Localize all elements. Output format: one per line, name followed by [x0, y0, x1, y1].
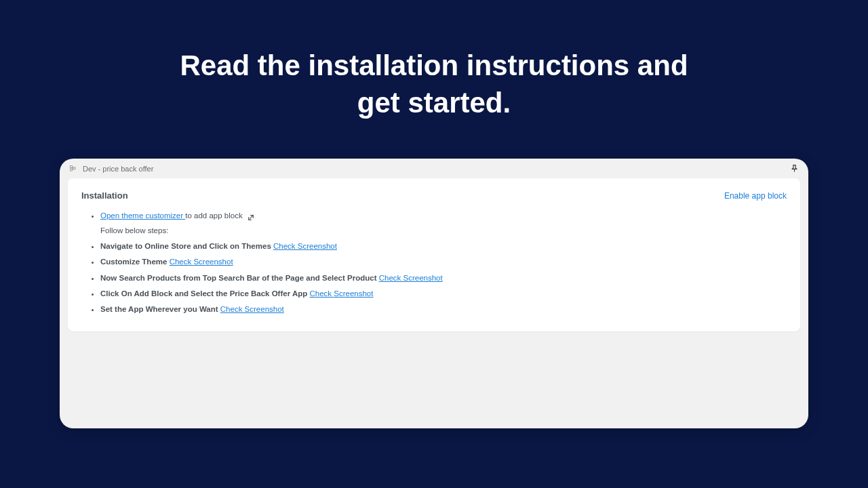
- headline: Read the installation instructions and g…: [0, 0, 868, 121]
- step6-screenshot-link[interactable]: Check Screenshot: [220, 305, 284, 313]
- step-open-customizer: Open theme customizer to add app block F…: [100, 210, 787, 236]
- step5-screenshot-link[interactable]: Check Screenshot: [309, 289, 373, 298]
- step-navigate-themes: Navigate to Online Store and Click on Th…: [100, 241, 787, 251]
- step3-bold: Customize Theme: [100, 258, 167, 266]
- steps-list: Open theme customizer to add app block F…: [81, 210, 787, 314]
- step4-screenshot-link[interactable]: Check Screenshot: [379, 274, 443, 282]
- step6-bold: Set the App Wherever you Want: [100, 305, 218, 313]
- step1-suffix: to add app block: [185, 211, 242, 220]
- external-link-icon: [248, 213, 254, 220]
- svg-rect-1: [71, 169, 73, 171]
- svg-rect-0: [71, 165, 73, 167]
- installation-panel: Installation Enable app block Open theme…: [68, 178, 800, 331]
- step-search-products: Now Search Products from Top Search Bar …: [100, 272, 787, 283]
- page-icon: [69, 165, 77, 173]
- step1-substep: Follow below steps:: [100, 225, 787, 236]
- step-customize-theme: Customize Theme Check Screenshot: [100, 256, 787, 267]
- svg-rect-2: [73, 167, 75, 169]
- enable-app-block-link[interactable]: Enable app block: [724, 191, 787, 201]
- title-bar: Dev - price back offer: [60, 159, 808, 178]
- step2-bold: Navigate to Online Store and Click on Th…: [100, 242, 271, 250]
- open-theme-customizer-link[interactable]: Open theme customizer: [100, 211, 185, 220]
- step2-screenshot-link[interactable]: Check Screenshot: [273, 242, 337, 250]
- step-set-app: Set the App Wherever you Want Check Scre…: [100, 304, 787, 314]
- step4-bold: Now Search Products from Top Search Bar …: [100, 274, 377, 282]
- step3-screenshot-link[interactable]: Check Screenshot: [170, 258, 233, 266]
- pin-icon[interactable]: [790, 164, 799, 173]
- panel-title: Installation: [81, 190, 128, 201]
- title-bar-left: Dev - price back offer: [69, 165, 153, 173]
- headline-line1: Read the installation instructions and: [180, 49, 688, 81]
- headline-line2: get started.: [357, 87, 511, 119]
- step5-bold: Click On Add Block and Select the Price …: [100, 289, 307, 298]
- step-add-block: Click On Add Block and Select the Price …: [100, 288, 787, 299]
- panel-header: Installation Enable app block: [81, 190, 787, 201]
- app-title: Dev - price back offer: [83, 165, 153, 173]
- app-window: Dev - price back offer Installation Enab…: [60, 159, 808, 428]
